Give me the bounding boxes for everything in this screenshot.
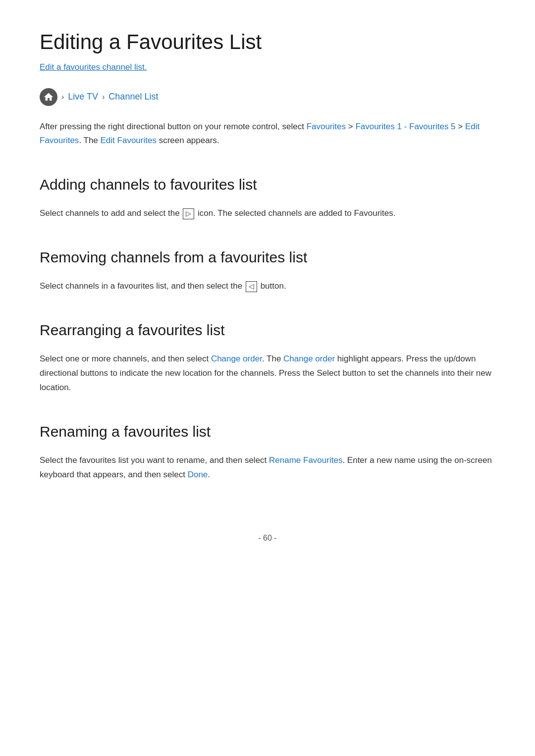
section-removing-channels: Removing channels from a favourites list… (40, 246, 495, 294)
intro-link-editfavourites2[interactable]: Edit Favourites (101, 136, 157, 145)
breadcrumb-chevron-1: › (61, 91, 64, 103)
removing-text-before: Select channels in a favourites list, an… (40, 281, 245, 291)
intro-link-favourites[interactable]: Favourites (307, 122, 346, 131)
section-title-removing: Removing channels from a favourites list (40, 246, 495, 269)
rearranging-text-1: Select one or more channels, and then se… (40, 354, 211, 363)
section-title-renaming: Renaming a favourites list (40, 420, 495, 444)
intro-link-favourites1to5[interactable]: Favourites 1 - Favourites 5 (355, 122, 455, 131)
intro-sep-2: > (456, 122, 465, 131)
remove-icon: ◁ (246, 281, 257, 292)
intro-text-end: screen appears. (157, 136, 219, 145)
add-icon: ▷ (183, 208, 194, 219)
page-footer: - 60 - (40, 522, 495, 545)
intro-text-before: After pressing the right directional but… (40, 122, 307, 131)
home-icon[interactable] (40, 88, 57, 106)
renaming-text-3: . (208, 470, 210, 479)
breadcrumb: › Live TV › Channel List (40, 88, 495, 106)
section-renaming: Renaming a favourites list Select the fa… (40, 420, 495, 482)
section-title-adding: Adding channels to favourites list (40, 173, 495, 197)
breadcrumb-link-livetv[interactable]: Live TV (68, 90, 98, 104)
adding-text-after: icon. The selected channels are added to… (195, 208, 395, 218)
page-container: Editing a Favourites List Edit a favouri… (0, 0, 535, 584)
section-rearranging: Rearranging a favourites list Select one… (40, 318, 495, 395)
section-title-rearranging: Rearranging a favourites list (40, 318, 495, 342)
breadcrumb-link-channellist[interactable]: Channel List (108, 90, 158, 104)
renaming-link-done[interactable]: Done (188, 470, 208, 479)
section-text-adding: Select channels to add and select the ▷ … (40, 206, 495, 221)
rearranging-link-changeorder1[interactable]: Change order (211, 354, 262, 363)
renaming-link-renamefavourites[interactable]: Rename Favourites (269, 455, 342, 465)
section-adding-channels: Adding channels to favourites list Selec… (40, 173, 495, 221)
section-text-rearranging: Select one or more channels, and then se… (40, 352, 495, 395)
rearranging-text-2: . The (262, 354, 283, 363)
breadcrumb-chevron-2: › (102, 91, 105, 103)
adding-text-before: Select channels to add and select the (40, 208, 182, 218)
intro-paragraph: After pressing the right directional but… (40, 120, 495, 149)
renaming-text-1: Select the favourites list you want to r… (40, 455, 269, 465)
intro-sep-1: > (346, 122, 355, 131)
page-subtitle: Edit a favourites channel list. (40, 60, 495, 74)
intro-text-mid: . The (79, 136, 100, 145)
section-text-renaming: Select the favourites list you want to r… (40, 454, 495, 482)
page-title: Editing a Favourites List (40, 30, 495, 54)
removing-text-after: button. (258, 281, 286, 291)
section-text-removing: Select channels in a favourites list, an… (40, 279, 495, 294)
page-number: - 60 - (258, 534, 276, 542)
rearranging-link-changeorder2[interactable]: Change order (283, 354, 335, 363)
